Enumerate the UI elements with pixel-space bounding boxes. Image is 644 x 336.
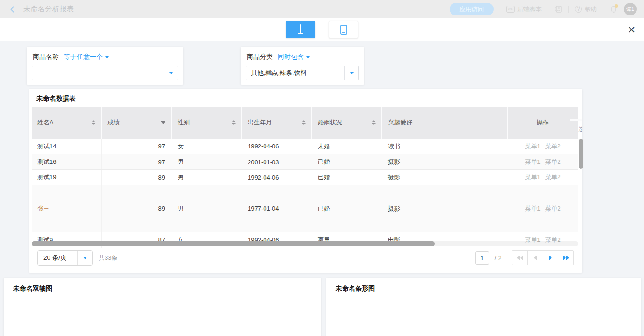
sort-icon[interactable] [372, 120, 376, 125]
chevron-down-icon [105, 56, 109, 58]
header-notch [570, 119, 582, 121]
table-row[interactable]: 张三 89 男 1977-01-04 已婚 摄影 菜单1 菜单2 [32, 185, 578, 232]
help-button[interactable]: ? 帮助 [575, 5, 597, 14]
row-action-menu1[interactable]: 菜单1 [525, 173, 540, 182]
chart-title: 未命名双轴图 [13, 285, 52, 293]
cell-birth: 1992-04-06 [242, 139, 312, 154]
column-header-actions: 操作 [508, 107, 577, 139]
last-page-button[interactable] [558, 250, 574, 265]
dual-axis-chart-widget: 未命名双轴图 [4, 278, 321, 336]
preview-toolbar: ✕ [0, 18, 644, 41]
chevron-down-icon [169, 72, 173, 74]
backend-script-button[interactable]: </> 后端脚本 [506, 5, 542, 14]
page-size-value: 20 条/页 [38, 254, 77, 262]
device-toggle-group [286, 21, 358, 38]
row-action-menu2[interactable]: 菜单2 [545, 158, 561, 166]
row-action-menu2[interactable]: 菜单2 [545, 173, 561, 182]
column-label: 姓名A [37, 118, 54, 127]
chevron-down-icon [306, 56, 310, 58]
page-size-select[interactable]: 20 条/页 [37, 250, 93, 266]
dropdown-arrow-button[interactable] [344, 66, 358, 80]
report-canvas: 商品名称 等于任意一个 商品分类 同时包含 其他,糕点,辣条,饮料 未命名数据表 [0, 41, 644, 336]
filter-operator-dropdown[interactable]: 等于任意一个 [64, 53, 109, 61]
dropdown-arrow-button[interactable] [77, 251, 92, 265]
column-header-hobby[interactable]: 兴趣爱好 [382, 107, 508, 139]
desktop-view-button[interactable] [286, 21, 315, 38]
notification-bell-icon[interactable] [609, 5, 618, 14]
column-header-score[interactable]: 成绩 [102, 107, 172, 139]
divider [500, 6, 500, 13]
sort-icon[interactable] [302, 120, 306, 125]
cell-hobby: 读书 [382, 139, 508, 154]
cell-marital: 未婚 [312, 139, 382, 154]
column-header-name[interactable]: 姓名A [32, 107, 102, 139]
total-count: 共33条 [99, 254, 117, 262]
column-label: 成绩 [107, 118, 120, 127]
mobile-view-button[interactable] [329, 21, 358, 38]
cell-gender: 男 [172, 170, 242, 185]
first-page-button[interactable] [512, 250, 528, 265]
vertical-scrollbar[interactable] [579, 139, 583, 169]
row-action-menu2[interactable]: 菜单2 [545, 142, 561, 151]
row-action-menu2[interactable]: 菜单2 [545, 205, 561, 213]
column-header-birth[interactable]: 出生年月 [242, 107, 312, 139]
table-row[interactable]: 测试16 97 男 2001-01-03 已婚 摄影 菜单1 菜单2 [32, 154, 578, 170]
page-total: / 2 [495, 255, 501, 262]
back-icon[interactable] [8, 5, 17, 14]
table-row[interactable]: 测试14 97 女 1992-04-06 未婚 读书 菜单1 菜单2 [32, 139, 578, 154]
divider [603, 6, 603, 13]
table-title: 未命名数据表 [36, 95, 76, 103]
page-number-input[interactable]: 1 [475, 251, 489, 265]
cell-birth: 1977-01-04 [242, 185, 312, 232]
chart-title: 未命名条形图 [336, 285, 375, 293]
page-title: 未命名分析报表 [23, 5, 74, 14]
cell-score: 97 [102, 139, 172, 154]
cell-score: 97 [102, 154, 172, 169]
dropdown-arrow-button[interactable] [164, 66, 178, 80]
chevron-down-icon [350, 72, 354, 74]
close-icon[interactable]: ✕ [627, 25, 636, 35]
record-link[interactable]: 张三 [37, 205, 50, 213]
sort-icon[interactable] [92, 120, 95, 125]
divider [548, 6, 548, 13]
cell-birth: 1992-04-06 [242, 170, 312, 185]
mobile-phone-icon [340, 25, 347, 35]
prev-page-button[interactable] [527, 250, 543, 265]
filter-value-input[interactable]: 其他,糕点,辣条,饮料 [246, 66, 359, 80]
cell-marital: 已婚 [312, 154, 382, 169]
sort-desc-icon[interactable] [161, 121, 165, 124]
horizontal-scrollbar-track[interactable] [32, 241, 578, 246]
cell-actions: 菜单1 菜单2 [508, 154, 577, 169]
table-row[interactable]: 测试19 89 男 1992-04-06 已婚 摄影 菜单1 菜单2 [32, 170, 578, 185]
column-header-gender[interactable]: 性别 [172, 107, 242, 139]
divider [568, 6, 569, 13]
pagination-bar: 20 条/页 共33条 1 / 2 [29, 248, 582, 268]
help-icon: ? [575, 6, 582, 13]
row-action-menu1[interactable]: 菜单1 [525, 142, 540, 151]
cell-actions: 菜单1 菜单2 [508, 185, 577, 232]
help-label: 帮助 [585, 5, 597, 14]
cell-name: 测试14 [32, 139, 102, 154]
cell-hobby: 摄影 [382, 154, 508, 169]
backend-script-label: 后端脚本 [517, 5, 542, 14]
filter-value: 其他,糕点,辣条,饮料 [246, 69, 344, 77]
table-header: 姓名A 成绩 性别 出生年月 婚姻状况 兴趣爱好 [32, 107, 578, 139]
cell-gender: 女 [172, 139, 242, 154]
app-access-button[interactable]: 应用访问 [450, 3, 494, 15]
filter-value-input[interactable] [32, 66, 178, 80]
filter-operator-dropdown[interactable]: 同时包含 [278, 53, 310, 61]
horizontal-scrollbar-thumb[interactable] [32, 241, 435, 246]
column-header-marital[interactable]: 婚姻状况 [312, 107, 382, 139]
column-label: 婚姻状况 [318, 118, 342, 127]
contacts-button[interactable] [554, 5, 562, 13]
table-body: 测试14 97 女 1992-04-06 未婚 读书 菜单1 菜单2 测试16 … [32, 139, 578, 248]
top-bar: 未命名分析报表 应用访问 </> 后端脚本 ? 帮助 [0, 0, 644, 18]
cell-score: 89 [102, 185, 172, 232]
cell-birth: 2001-01-03 [242, 154, 312, 169]
row-action-menu1[interactable]: 菜单1 [525, 158, 540, 166]
avatar[interactable]: 谭1 [624, 3, 637, 15]
next-page-button[interactable] [543, 250, 558, 265]
row-action-menu1[interactable]: 菜单1 [525, 205, 540, 213]
filter-operator-label: 同时包含 [278, 53, 304, 61]
sort-icon[interactable] [232, 120, 236, 125]
